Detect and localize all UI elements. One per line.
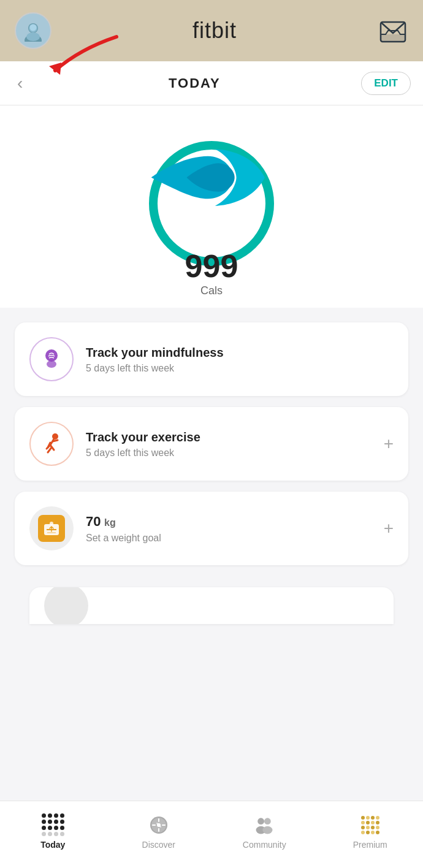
exercise-subtitle: 5 days left this week (86, 447, 372, 459)
nav-community[interactable]: Community (212, 814, 318, 850)
exercise-card[interactable]: Track your exercise 5 days left this wee… (15, 407, 408, 481)
bottom-nav: Today Discover Community (0, 801, 423, 868)
exercise-icon (29, 422, 74, 466)
app-title: fitbit (192, 18, 237, 44)
weight-card-text: 70 kg Set a weight goal (86, 513, 372, 544)
community-icon (253, 814, 275, 836)
nav-discover[interactable]: Discover (106, 814, 212, 850)
svg-point-4 (26, 32, 40, 41)
subheader: ‹ TODAY EDIT (0, 61, 423, 105)
flame-icon (144, 110, 279, 248)
community-label: Community (243, 840, 286, 850)
calories-value: 999 (144, 250, 279, 282)
svg-rect-7 (381, 34, 405, 42)
weight-title: 70 kg (86, 513, 372, 531)
partial-card-icon (44, 587, 88, 624)
nav-today[interactable]: Today (0, 814, 106, 850)
weight-icon (29, 506, 74, 550)
exercise-title: Track your exercise (86, 429, 372, 445)
inbox-icon[interactable] (378, 15, 408, 46)
app-header: fitbit (0, 0, 423, 61)
page-title: TODAY (169, 75, 221, 91)
svg-rect-14 (50, 522, 53, 525)
weight-plus-button[interactable]: + (384, 519, 394, 538)
discover-icon (148, 814, 170, 836)
discover-label: Discover (142, 840, 175, 850)
mindfulness-icon (29, 337, 74, 381)
calories-label: Cals (144, 284, 279, 297)
partial-card[interactable] (29, 587, 394, 624)
edit-button[interactable]: EDIT (361, 72, 411, 95)
today-label: Today (40, 840, 65, 850)
svg-point-18 (257, 818, 264, 824)
svg-point-3 (30, 25, 37, 31)
avatar[interactable] (15, 12, 51, 49)
svg-point-20 (264, 818, 271, 824)
calories-display: 999 Cals (144, 110, 279, 297)
mindfulness-title: Track your mindfulness (86, 345, 394, 360)
mindfulness-subtitle: 5 days left this week (86, 363, 394, 374)
svg-point-12 (52, 433, 58, 440)
today-icon (42, 814, 64, 836)
calories-section: 999 Cals (0, 105, 423, 308)
svg-point-11 (47, 360, 56, 368)
mindfulness-card-text: Track your mindfulness 5 days left this … (86, 345, 394, 374)
back-button[interactable]: ‹ (12, 69, 28, 98)
cards-section: Track your mindfulness 5 days left this … (0, 308, 423, 624)
weight-box (38, 515, 65, 542)
main-content: 999 Cals Track your mindfulness (0, 105, 423, 801)
premium-label: Premium (353, 840, 387, 850)
svg-point-21 (263, 826, 273, 834)
premium-icon (359, 814, 381, 836)
nav-premium[interactable]: Premium (318, 814, 424, 850)
calories-ring: 999 Cals (144, 136, 279, 271)
mindfulness-card[interactable]: Track your mindfulness 5 days left this … (15, 322, 408, 396)
weight-card[interactable]: 70 kg Set a weight goal + (15, 492, 408, 565)
exercise-card-text: Track your exercise 5 days left this wee… (86, 429, 372, 459)
exercise-plus-button[interactable]: + (384, 434, 394, 454)
weight-subtitle: Set a weight goal (86, 533, 372, 544)
